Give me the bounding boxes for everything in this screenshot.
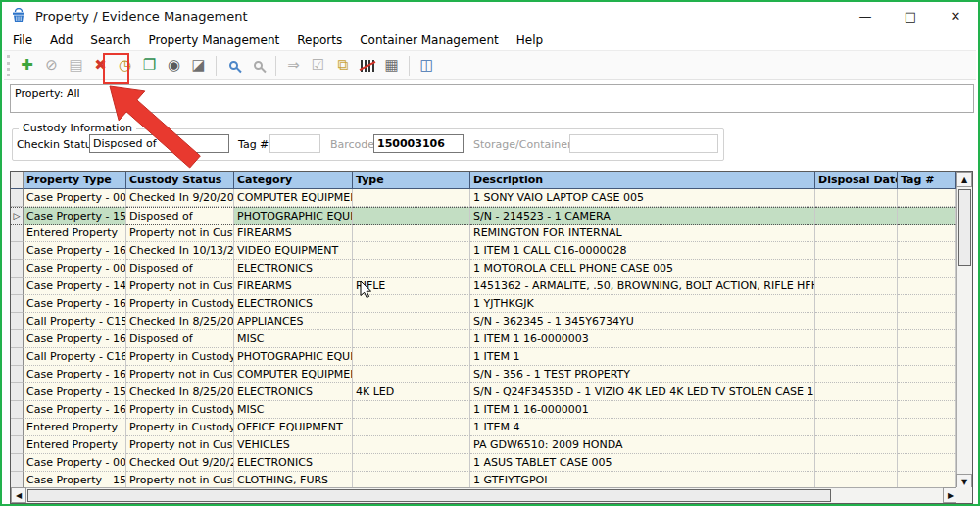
cell-tag-[interactable] [898, 242, 956, 260]
cell-description[interactable]: 1 ITEM 1 CALL C16-0000028 [470, 242, 815, 260]
row-selector[interactable] [11, 189, 24, 207]
cell-description[interactable]: PA GDW6510: 2009 HONDA [470, 436, 815, 454]
vertical-scroll-thumb[interactable] [958, 189, 971, 266]
cell-disposal-date[interactable] [815, 242, 898, 260]
row-selector[interactable] [11, 401, 24, 419]
cell-disposal-date[interactable] [815, 207, 898, 225]
cell-type[interactable] [353, 454, 470, 472]
cell-property-type[interactable]: Case Property - 005 [24, 454, 126, 472]
cell-description[interactable]: S/N - Q24F34535D - 1 VIZIO 4K LED 4K LED… [470, 383, 815, 401]
cell-description[interactable]: 1 ITEM 1 [470, 348, 815, 366]
menu-add[interactable]: Add [41, 31, 81, 49]
cell-type[interactable] [353, 313, 470, 330]
menu-search[interactable]: Search [81, 31, 139, 49]
cell-category[interactable]: VEHICLES [234, 436, 353, 454]
cell-description[interactable]: 1 MOTOROLA CELL PHONE CASE 005 [470, 260, 815, 278]
cell-category[interactable]: ELECTRONICS [234, 260, 353, 278]
column-header-category[interactable]: Category [234, 172, 353, 189]
row-selector[interactable] [11, 225, 24, 242]
cell-category[interactable]: VIDEO EQUIPMENT [234, 242, 353, 260]
cell-type[interactable]: RIFLE [353, 278, 470, 295]
cell-tag-[interactable] [898, 313, 956, 330]
grid-corner-cell[interactable] [11, 172, 24, 189]
cell-description[interactable]: S/N - 356 - 1 TEST PROPERTY [470, 366, 815, 383]
photo-button[interactable]: ◉ [163, 54, 185, 77]
maximize-button[interactable]: □ [888, 2, 933, 29]
cell-tag-[interactable] [898, 225, 956, 242]
cell-property-type[interactable]: Entered Property [24, 419, 126, 436]
row-selector[interactable] [11, 348, 24, 366]
table-row[interactable]: Entered PropertyProperty not in CustodVE… [11, 436, 956, 454]
move-button[interactable]: ⇒ [282, 54, 305, 77]
cell-type[interactable] [353, 295, 470, 313]
cell-category[interactable]: COMPUTER EQUIPMEI [234, 366, 353, 383]
table-row[interactable]: Entered PropertyProperty not in CustodFI… [11, 225, 956, 242]
cell-property-type[interactable]: Call Property - C16-00 [24, 348, 126, 366]
minimize-button[interactable]: — [843, 2, 888, 29]
property-filter-box[interactable]: Property: All [10, 84, 974, 113]
cell-disposal-date[interactable] [815, 472, 898, 487]
table-row[interactable]: Case Property - 16-01Property in Custody… [11, 295, 956, 313]
cell-custody-status[interactable]: Disposed of [126, 260, 234, 278]
scan-button[interactable]: ◪ [187, 54, 210, 77]
column-header-type[interactable]: Type [353, 172, 470, 189]
cell-category[interactable]: PHOTOGRAPHIC EQUI [234, 207, 353, 225]
column-header-description[interactable]: Description [470, 172, 815, 189]
menu-help[interactable]: Help [508, 31, 552, 49]
cell-category[interactable]: ELECTRONICS [234, 295, 353, 313]
cell-type[interactable] [353, 348, 470, 366]
table-row[interactable]: Call Property - C16-00Property in Custod… [11, 348, 956, 366]
cell-tag-[interactable] [898, 348, 956, 366]
cell-property-type[interactable]: Case Property - 14-00 [24, 278, 126, 295]
cell-disposal-date[interactable] [815, 348, 898, 366]
cell-description[interactable]: 1 ITEM 4 [470, 419, 815, 436]
cell-type[interactable] [353, 207, 470, 225]
vertical-scrollbar[interactable]: ▲ ▼ [956, 172, 972, 489]
cell-tag-[interactable] [898, 295, 956, 313]
cell-description[interactable]: S/N - 362345 - 1 345Y6734YU [470, 313, 815, 330]
cell-description[interactable]: S/N - 214523 - 1 CAMERA [470, 207, 815, 225]
row-selector[interactable] [11, 366, 24, 383]
menu-reports[interactable]: Reports [288, 31, 351, 49]
cell-type[interactable] [353, 401, 470, 419]
column-header-property-type[interactable]: Property Type [24, 172, 126, 189]
cell-property-type[interactable]: Case Property - 16-00 [24, 330, 126, 348]
cell-custody-status[interactable]: Property in Custody [126, 295, 234, 313]
barcode-input[interactable] [373, 134, 464, 153]
cell-custody-status[interactable]: Property not in Custod [126, 278, 234, 295]
cell-custody-status[interactable]: Property in Custody [126, 401, 234, 419]
cell-tag-[interactable] [898, 189, 956, 207]
search-button[interactable] [222, 54, 245, 77]
cell-tag-[interactable] [898, 419, 956, 436]
cell-type[interactable] [353, 189, 470, 207]
cell-category[interactable]: ELECTRONICS [234, 383, 353, 401]
cell-category[interactable]: COMPUTER EQUIPMEI [234, 189, 353, 207]
cell-disposal-date[interactable] [815, 278, 898, 295]
cell-disposal-date[interactable] [815, 401, 898, 419]
cell-category[interactable]: MISC [234, 330, 353, 348]
cell-type[interactable] [353, 330, 470, 348]
row-selector[interactable] [11, 419, 24, 436]
cell-property-type[interactable]: Case Property - 15-01 [24, 383, 126, 401]
cell-custody-status[interactable]: Property in Custody [126, 419, 234, 436]
cell-disposal-date[interactable] [815, 225, 898, 242]
cell-type[interactable]: 4K LED [353, 383, 470, 401]
horizontal-scroll-thumb[interactable] [27, 489, 831, 502]
cell-disposal-date[interactable] [815, 313, 898, 330]
cell-tag-[interactable] [898, 472, 956, 487]
table-row[interactable]: Case Property - 005Checked Out 9/20/20EL… [11, 454, 956, 472]
row-selector[interactable] [11, 295, 24, 313]
cell-property-type[interactable]: Case Property - 16-00 [24, 401, 126, 419]
row-selector[interactable] [11, 436, 24, 454]
cell-disposal-date[interactable] [815, 366, 898, 383]
cell-custody-status[interactable]: Disposed of [126, 330, 234, 348]
cell-custody-status[interactable]: Property not in Custod [126, 436, 234, 454]
cell-type[interactable] [353, 366, 470, 383]
cell-type[interactable] [353, 436, 470, 454]
cell-tag-[interactable] [898, 278, 956, 295]
cell-category[interactable]: OFFICE EQUIPMENT [234, 419, 353, 436]
cell-type[interactable] [353, 260, 470, 278]
cell-tag-[interactable] [898, 454, 956, 472]
cell-custody-status[interactable]: Property not in Custod [126, 472, 234, 487]
cell-category[interactable]: CLOTHING, FURS [234, 472, 353, 487]
